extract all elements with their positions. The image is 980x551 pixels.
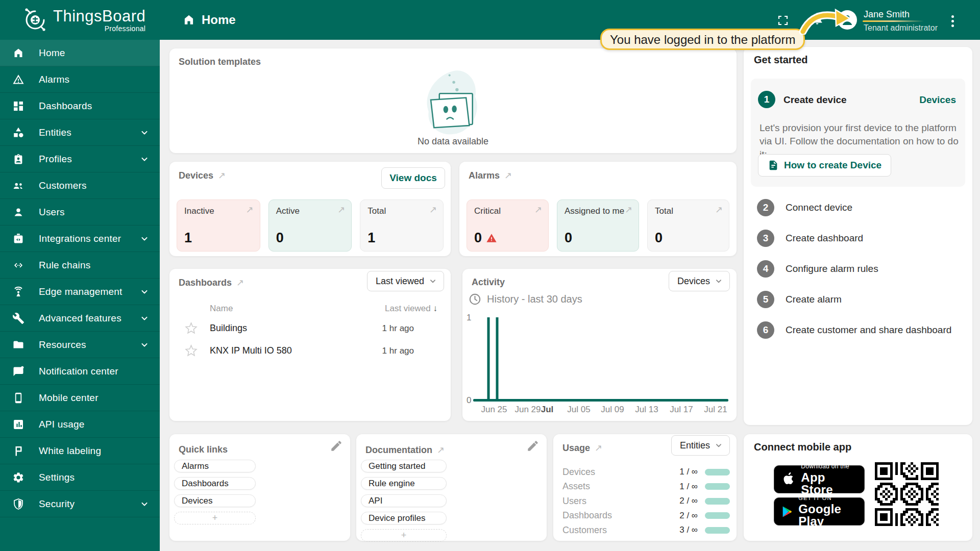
open-link-icon: ↗ bbox=[715, 204, 723, 215]
doc-link-getting-started[interactable]: Getting started bbox=[361, 460, 447, 472]
documentation-widget: Documentation ↗ Getting started Rule eng… bbox=[356, 434, 547, 541]
sidebar-item-dashboards[interactable]: Dashboards bbox=[0, 93, 160, 119]
open-link-icon[interactable]: ↗ bbox=[437, 444, 445, 456]
open-link-icon: ↗ bbox=[246, 204, 254, 215]
user-name[interactable]: Jane Smith bbox=[864, 9, 910, 20]
sidebar-item-integrations-center[interactable]: Integrations center bbox=[0, 226, 160, 252]
open-link-icon[interactable]: ↗ bbox=[504, 170, 512, 181]
get-started-step-5[interactable]: 5 Create alarm bbox=[744, 284, 972, 315]
open-link-icon[interactable]: ↗ bbox=[236, 277, 244, 288]
sidebar-item-entities[interactable]: Entities bbox=[0, 119, 160, 146]
get-started-step-2[interactable]: 2 Connect device bbox=[744, 192, 972, 223]
column-name[interactable]: Name bbox=[210, 304, 233, 314]
fullscreen-button[interactable] bbox=[777, 14, 789, 27]
stat-card-total[interactable]: Total ↗ 1 bbox=[360, 199, 444, 252]
breadcrumb[interactable]: Home bbox=[182, 0, 236, 40]
stat-card-critical[interactable]: Critical ↗ 0 bbox=[467, 199, 549, 252]
connect-mobile-app-panel: Connect mobile app Download on the App S… bbox=[744, 434, 972, 541]
clock-icon bbox=[469, 293, 481, 306]
sidebar-item-settings[interactable]: Settings bbox=[0, 464, 160, 491]
edit-button[interactable] bbox=[526, 439, 540, 453]
stat-card-assigned-to-me[interactable]: Assigned to me ↗ 0 bbox=[557, 199, 639, 252]
widget-title: Activity bbox=[472, 277, 505, 288]
entity-filter-select[interactable]: Devices bbox=[669, 271, 730, 291]
sidebar-item-home[interactable]: Home bbox=[0, 40, 160, 66]
sidebar-item-users[interactable]: Users bbox=[0, 199, 160, 226]
message-icon bbox=[12, 365, 24, 378]
phone-icon bbox=[12, 392, 24, 404]
sidebar-item-customers[interactable]: Customers bbox=[0, 172, 160, 199]
panel-title: Get started bbox=[754, 54, 808, 66]
apple-icon bbox=[781, 471, 795, 488]
dashboard-last-viewed: 1 hr ago bbox=[382, 323, 414, 334]
login-toast: You have logged in to the platform bbox=[600, 29, 805, 50]
thingsboard-logo[interactable]: ThingsBoard Professional bbox=[22, 7, 145, 33]
column-last-viewed[interactable]: Last viewed ↓ bbox=[385, 304, 437, 314]
usage-progress-bar bbox=[705, 498, 730, 505]
open-link-icon[interactable]: ↗ bbox=[218, 170, 226, 181]
google-play-badge[interactable]: GET IT ON Google Play bbox=[774, 497, 865, 525]
usage-widget: Usage ↗ Entities Devices 1 / ∞ Assets 1 … bbox=[553, 434, 737, 541]
google-play-icon bbox=[781, 505, 792, 519]
app-store-badge[interactable]: Download on the App Store bbox=[774, 465, 865, 493]
category-icon bbox=[12, 127, 24, 139]
quick-link-dashboards[interactable]: Dashboards bbox=[174, 477, 256, 490]
doc-link-rule-engine[interactable]: Rule engine bbox=[361, 477, 447, 490]
table-row[interactable]: Buildings 1 hr ago bbox=[169, 318, 451, 340]
star-icon[interactable] bbox=[185, 322, 198, 335]
doc-link-device-profiles[interactable]: Device profiles bbox=[361, 512, 447, 524]
stat-label: Active bbox=[276, 206, 345, 216]
get-started-step-3[interactable]: 3 Create dashboard bbox=[744, 223, 972, 254]
how-to-create-device-button[interactable]: How to create Device bbox=[758, 154, 891, 177]
add-doc-link-button[interactable]: + bbox=[361, 529, 447, 542]
sidebar-item-api-usage[interactable]: API usage bbox=[0, 411, 160, 438]
get-started-step-6[interactable]: 6 Create customer and share dashboard bbox=[744, 315, 972, 345]
view-docs-button[interactable]: View docs bbox=[381, 167, 445, 189]
step-number-badge: 4 bbox=[757, 260, 774, 278]
stat-card-active[interactable]: Active ↗ 0 bbox=[268, 199, 352, 252]
star-icon[interactable] bbox=[185, 344, 198, 357]
empty-state-illustration bbox=[169, 69, 737, 136]
usage-value: 3 / ∞ bbox=[679, 525, 698, 535]
sidebar-item-advanced-features[interactable]: Advanced features bbox=[0, 305, 160, 332]
dashboards-widget: Dashboards ↗ Last viewed Name Last viewe… bbox=[169, 269, 451, 421]
sidebar-item-resources[interactable]: Resources bbox=[0, 332, 160, 358]
usage-row: Customers 3 / ∞ bbox=[562, 523, 730, 538]
step-number-badge: 3 bbox=[757, 230, 774, 247]
sidebar-item-mobile-center[interactable]: Mobile center bbox=[0, 385, 160, 411]
doc-link-api[interactable]: API bbox=[361, 494, 447, 507]
edit-button[interactable] bbox=[330, 439, 343, 453]
stat-card-inactive[interactable]: Inactive ↗ 1 bbox=[177, 199, 260, 252]
sidebar-item-alarms[interactable]: Alarms bbox=[0, 66, 160, 93]
usage-filter-select[interactable]: Entities bbox=[671, 435, 730, 456]
stat-value: 0 bbox=[565, 230, 572, 246]
person-icon bbox=[12, 206, 24, 218]
sort-select[interactable]: Last viewed bbox=[367, 271, 444, 291]
sidebar-item-notification-center[interactable]: Notification center bbox=[0, 358, 160, 385]
open-link-icon[interactable]: ↗ bbox=[595, 442, 602, 454]
sidebar-item-white-labeling[interactable]: White labeling bbox=[0, 438, 160, 464]
devices-link[interactable]: Devices bbox=[919, 94, 956, 106]
stat-label: Total bbox=[368, 206, 436, 216]
sidebar-item-label: Profiles bbox=[39, 154, 139, 165]
integration-icon bbox=[12, 233, 24, 245]
more-menu-button[interactable] bbox=[950, 13, 954, 29]
sidebar-item-edge-management[interactable]: Edge management bbox=[0, 279, 160, 305]
open-link-icon: ↗ bbox=[337, 204, 345, 215]
table-row[interactable]: KNX IP Multi IO 580 1 hr ago bbox=[169, 340, 451, 363]
sidebar-item-profiles[interactable]: Profiles bbox=[0, 146, 160, 172]
stat-label: Total bbox=[655, 206, 722, 216]
add-quick-link-button[interactable]: + bbox=[174, 512, 256, 524]
badge-top-text: GET IT ON bbox=[798, 495, 857, 501]
home-icon bbox=[182, 13, 195, 27]
quick-link-alarms[interactable]: Alarms bbox=[174, 460, 256, 472]
stat-card-total[interactable]: Total ↗ 0 bbox=[647, 199, 729, 252]
stat-label: Critical bbox=[474, 206, 541, 216]
get-started-step-4[interactable]: 4 Configure alarm rules bbox=[744, 254, 972, 284]
sidebar-item-security[interactable]: Security bbox=[0, 491, 160, 517]
chevron-down-icon bbox=[714, 277, 723, 286]
chevron-down-icon bbox=[139, 340, 150, 350]
chevron-down-icon bbox=[139, 499, 150, 509]
quick-link-devices[interactable]: Devices bbox=[174, 494, 256, 507]
sidebar-item-rule-chains[interactable]: Rule chains bbox=[0, 252, 160, 279]
